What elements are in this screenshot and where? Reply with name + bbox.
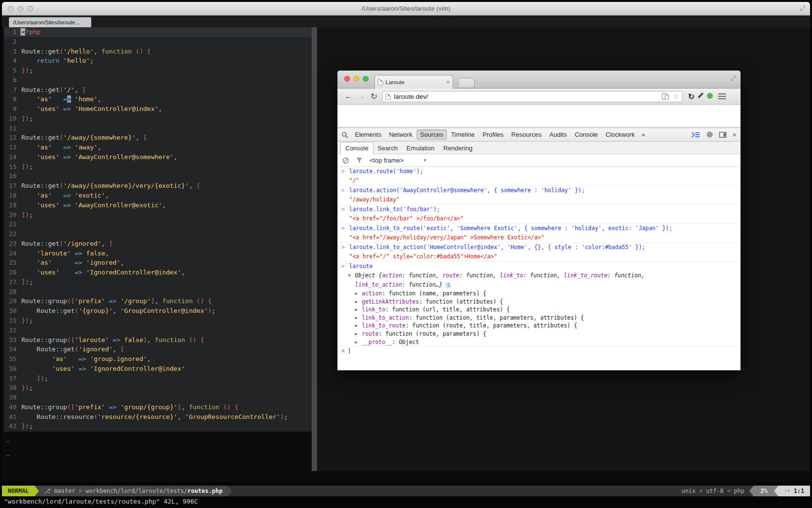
expand-triangle-icon[interactable]: ▶ [355,338,357,346]
vim-code-pane[interactable]: 1<?php23Route::get('/hello', function ()… [4,27,312,432]
line-number: 30 [4,306,17,316]
code-line[interactable]: 4 return 'hello'; [4,56,312,66]
extension-green-dot-icon[interactable] [707,92,713,101]
browser-minimize-button[interactable] [353,76,359,82]
code-line[interactable]: 42}); [4,421,312,431]
expand-triangle-icon[interactable]: ▶ [355,314,357,322]
browser-tab[interactable]: Laroute × [374,75,453,89]
terminal-expand-icon[interactable]: ⤢ [800,4,805,12]
line-number: 13 [4,143,17,152]
code-line[interactable]: 36 'uses' => 'IgnoredController@index' [4,364,312,374]
tabs-overflow-icon[interactable]: » [639,131,648,138]
drawer-tab-search[interactable]: Search [373,143,402,154]
code-line[interactable]: 13 'as' => 'away', [4,143,312,152]
code-line[interactable]: 24 'laroute' => false, [4,249,312,258]
code-line[interactable]: 9 'uses' => 'HomeController@index', [4,104,312,114]
code-line[interactable]: 10]); [4,114,312,124]
code-line[interactable]: 23Route::get('/ignored', [ [4,239,312,249]
new-tab-button[interactable] [458,78,475,88]
reload-button[interactable]: ↻ [368,91,380,102]
code-line[interactable]: 22 [4,229,312,239]
code-line[interactable]: 8 'as' => 'home', [4,94,312,104]
code-line[interactable]: 31}); [4,316,312,326]
code-line[interactable]: 5}); [4,66,312,75]
code-line[interactable]: 33Route::group(['laroute' => false], fun… [4,335,312,345]
devtools-close-icon[interactable]: × [732,130,737,139]
code-line[interactable]: 16 [4,171,312,181]
code-line[interactable]: 25 'as' => 'ignored', [4,258,312,268]
dock-side-icon[interactable] [719,132,726,138]
address-bar[interactable]: laroute.dev/ ☆ [382,91,683,102]
drawer-tab-rendering[interactable]: Rendering [439,143,477,154]
expand-triangle-icon[interactable]: ▶ [355,298,357,306]
code-line[interactable]: 11 [4,124,312,133]
code-text: }); [17,383,33,393]
devtools-tab-timeline[interactable]: Timeline [448,129,478,140]
devtools-tab-profiles[interactable]: Profiles [479,129,507,140]
code-line[interactable]: 26 'uses' => 'IgnoredController@index', [4,268,312,277]
code-line[interactable]: 21 [4,219,312,229]
expand-triangle-icon[interactable]: ▶ [355,322,357,330]
vim-split-divider[interactable] [312,27,317,471]
devtools-tab-sources[interactable]: Sources [417,129,447,140]
code-line[interactable]: 19 'uses' => 'AwayController@exotic', [4,200,312,210]
extension-refresh-icon[interactable]: ↻ [688,92,694,101]
browser-close-button[interactable] [344,76,350,82]
code-line[interactable]: 39 [4,393,312,402]
menu-hamburger-icon[interactable] [718,93,726,99]
browser-zoom-button[interactable] [363,76,369,82]
code-line[interactable]: 41 Route::resource('resource/{resource}'… [4,412,312,422]
code-line[interactable]: 27]); [4,277,312,287]
back-button[interactable]: ← [342,91,355,101]
console-prompt[interactable]: > [337,346,741,356]
devtools-tab-clockwork[interactable]: Clockwork [602,129,638,140]
expand-triangle-icon[interactable]: ▶ [355,330,357,338]
console-drawer-icon[interactable] [691,132,700,138]
code-line[interactable]: 40Route::group(['prefix' => 'group/{grou… [4,402,312,412]
frame-selector-dropdown[interactable]: <top frame> ▼ [370,157,427,164]
device-mode-icon[interactable] [662,93,670,100]
code-line[interactable]: 14 'uses' => 'AwayController@somewhere', [4,152,312,162]
code-line[interactable]: 30 Route::get('{group}', 'GroupControlle… [4,306,312,316]
devtools-tab-resources[interactable]: Resources [508,129,545,140]
code-line[interactable]: 7Route::get('/', [ [4,85,312,95]
tab-close-icon[interactable]: × [446,79,450,86]
devtools-tab-network[interactable]: Network [386,129,416,140]
devtools-tab-console[interactable]: Console [571,129,601,140]
settings-gear-icon[interactable] [706,131,713,138]
terminal-tab[interactable]: /Users/aaron/Sites/laroute... [9,17,91,27]
code-line[interactable]: 17Route::get('/away/{somewhere}/very/{ex… [4,181,312,191]
code-line[interactable]: 38}); [4,383,312,393]
search-icon[interactable] [341,131,348,138]
expand-triangle-icon[interactable]: ▶ [355,290,357,298]
code-line[interactable]: 2 [4,37,312,47]
code-line[interactable]: 1<?php [4,27,312,37]
line-number: 38 [4,383,17,393]
code-line[interactable]: 12Route::get('/away/{somewhere}', [ [4,133,312,143]
code-line[interactable]: 6 [4,75,312,85]
code-line[interactable]: 3Route::get('/hello', function () { [4,47,312,56]
code-line[interactable]: 37 ]); [4,374,312,383]
devtools-tab-audits[interactable]: Audits [546,129,570,140]
browser-expand-icon[interactable]: ⤢ [731,74,736,82]
clear-console-icon[interactable] [342,157,349,164]
expand-triangle-icon[interactable]: ▶ [355,306,357,314]
filter-funnel-icon[interactable] [356,157,363,163]
drawer-tab-console[interactable]: Console [340,142,373,154]
url-text[interactable]: laroute.dev/ [391,93,662,100]
bookmark-star-icon[interactable]: ☆ [673,92,679,100]
extension-wrench-icon[interactable] [700,92,702,101]
drawer-tab-emulation[interactable]: Emulation [402,143,439,154]
expand-triangle-icon[interactable]: ▼ [348,271,351,280]
code-line[interactable]: 20]); [4,210,312,220]
code-line[interactable]: 28 [4,287,312,297]
devtools-tab-elements[interactable]: Elements [352,129,385,140]
code-line[interactable]: 32 [4,326,312,335]
code-line[interactable]: 18 'as' => 'exotic', [4,191,312,200]
code-line[interactable]: 15]); [4,162,312,172]
chevron-down-icon: ▼ [423,158,427,163]
code-line[interactable]: 35 'as' => 'group.ignored', [4,354,312,364]
code-line[interactable]: 34 Route::get('ignored', [ [4,345,312,354]
forward-button[interactable]: → [355,91,368,101]
code-line[interactable]: 29Route::group(['prefix' => '/group'], f… [4,296,312,306]
